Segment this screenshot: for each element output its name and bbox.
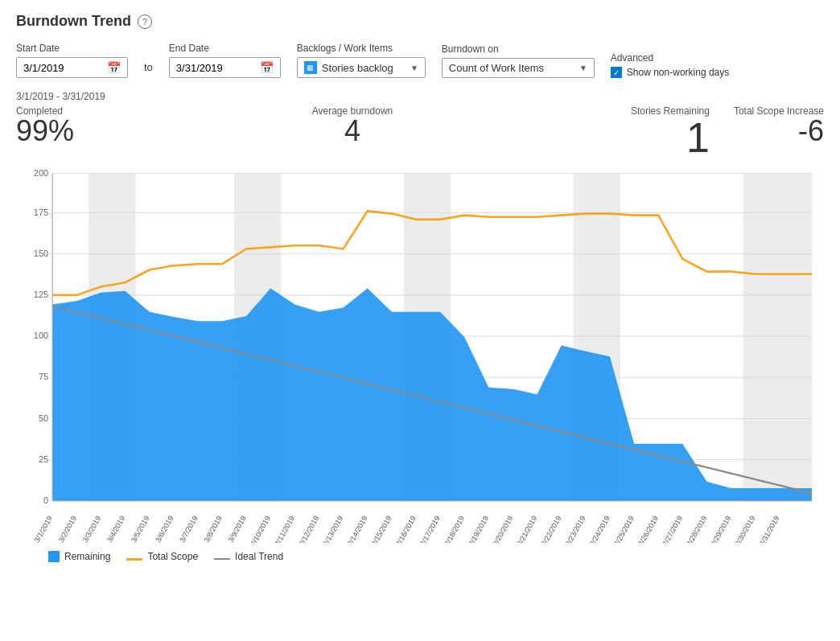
main-container: Burndown Trend ? Start Date 📅 to End Dat… <box>0 0 840 641</box>
y-label-200: 200 <box>34 167 48 177</box>
start-date-label: Start Date <box>16 43 128 54</box>
burndown-group: Burndown on Count of Work Items ▼ <box>442 43 595 78</box>
backlogs-value: Stories backlog <box>322 62 410 74</box>
svg-text:3/30/2019: 3/30/2019 <box>734 515 757 543</box>
svg-text:3/1/2019: 3/1/2019 <box>33 515 54 543</box>
end-date-calendar-icon[interactable]: 📅 <box>260 61 274 74</box>
end-date-field[interactable] <box>176 62 257 74</box>
backlogs-group: Backlogs / Work Items ▦ Stories backlog … <box>297 43 426 78</box>
total-scope-legend-color <box>126 558 142 561</box>
burndown-label: Burndown on <box>442 43 595 55</box>
y-label-175: 175 <box>34 207 48 216</box>
title-row: Burndown Trend ? <box>16 13 824 30</box>
svg-text:3/24/2019: 3/24/2019 <box>588 515 611 543</box>
end-date-group: End Date 📅 <box>169 43 281 78</box>
svg-text:3/5/2019: 3/5/2019 <box>130 515 150 543</box>
svg-text:3/27/2019: 3/27/2019 <box>661 515 684 543</box>
total-scope-legend-label: Total Scope <box>147 551 198 562</box>
svg-text:3/17/2019: 3/17/2019 <box>418 515 442 543</box>
svg-text:3/12/2019: 3/12/2019 <box>298 515 321 543</box>
svg-text:3/19/2019: 3/19/2019 <box>467 515 490 543</box>
start-date-calendar-icon[interactable]: 📅 <box>107 61 121 74</box>
svg-text:3/13/2019: 3/13/2019 <box>322 515 345 543</box>
show-nonworking-label: Show non-working days <box>627 67 729 78</box>
svg-text:3/29/2019: 3/29/2019 <box>710 515 733 543</box>
ideal-trend-legend: Ideal Trend <box>214 551 283 562</box>
svg-text:3/11/2019: 3/11/2019 <box>274 515 297 543</box>
remaining-area <box>52 289 812 501</box>
svg-text:3/20/2019: 3/20/2019 <box>492 515 515 543</box>
right-stats: Stories Remaining 1 Total Scope Increase… <box>631 105 824 158</box>
weekend-band-5 <box>743 173 812 500</box>
svg-text:3/10/2019: 3/10/2019 <box>249 515 272 543</box>
controls-row: Start Date 📅 to End Date 📅 Backlogs / Wo… <box>16 43 824 78</box>
svg-text:3/21/2019: 3/21/2019 <box>516 515 539 543</box>
svg-text:3/3/2019: 3/3/2019 <box>81 515 102 543</box>
svg-text:3/6/2019: 3/6/2019 <box>154 515 175 543</box>
avg-burndown-stat: Average burndown 4 <box>312 105 393 146</box>
chart-area: 0 25 50 75 100 125 150 175 200 3/1/2019 … <box>16 165 824 543</box>
completed-stat: Completed 99% <box>16 105 74 146</box>
help-icon[interactable]: ? <box>138 14 152 29</box>
remaining-legend: Remaining <box>48 551 110 562</box>
date-range-label: 3/1/2019 - 3/31/2019 <box>16 91 824 102</box>
ideal-trend-legend-label: Ideal Trend <box>235 551 283 562</box>
total-scope-stat: Total Scope Increase -6 <box>734 105 824 146</box>
burndown-chart: 0 25 50 75 100 125 150 175 200 3/1/2019 … <box>16 165 824 543</box>
svg-text:3/8/2019: 3/8/2019 <box>203 515 224 543</box>
advanced-label: Advanced <box>611 52 729 64</box>
end-date-input[interactable]: 📅 <box>169 57 281 78</box>
end-date-label: End Date <box>169 43 281 54</box>
svg-text:3/14/2019: 3/14/2019 <box>346 515 369 543</box>
y-label-100: 100 <box>34 331 48 340</box>
y-label-50: 50 <box>39 413 48 422</box>
svg-text:3/22/2019: 3/22/2019 <box>540 515 563 543</box>
total-scope-legend: Total Scope <box>126 551 198 562</box>
y-label-75: 75 <box>39 372 48 381</box>
x-axis-labels: 3/1/2019 3/2/2019 3/3/2019 3/4/2019 3/5/… <box>33 515 781 543</box>
svg-text:3/25/2019: 3/25/2019 <box>612 515 636 543</box>
advanced-group: Advanced Show non-working days <box>611 52 729 78</box>
to-label: to <box>144 61 153 78</box>
backlogs-chevron-icon: ▼ <box>410 64 418 72</box>
svg-text:3/9/2019: 3/9/2019 <box>227 515 248 543</box>
start-date-group: Start Date 📅 <box>16 43 128 78</box>
svg-text:3/7/2019: 3/7/2019 <box>179 515 200 543</box>
show-nonworking-checkbox[interactable] <box>611 67 622 78</box>
avg-burndown-value: 4 <box>312 117 393 146</box>
legend-row: Remaining Total Scope Ideal Trend <box>16 551 824 562</box>
y-label-125: 125 <box>34 290 48 299</box>
total-scope-value: -6 <box>734 117 824 146</box>
svg-text:3/15/2019: 3/15/2019 <box>370 515 393 543</box>
backlog-icon: ▦ <box>304 61 317 74</box>
start-date-field[interactable] <box>23 62 104 74</box>
remaining-legend-label: Remaining <box>64 551 110 562</box>
burndown-value: Count of Work Items <box>449 62 579 74</box>
svg-text:3/31/2019: 3/31/2019 <box>758 515 781 543</box>
svg-text:3/16/2019: 3/16/2019 <box>394 515 418 543</box>
svg-text:3/18/2019: 3/18/2019 <box>443 515 466 543</box>
svg-text:3/2/2019: 3/2/2019 <box>57 515 78 543</box>
page-title: Burndown Trend <box>16 13 131 30</box>
stories-remaining-stat: Stories Remaining 1 <box>631 105 710 158</box>
svg-text:3/26/2019: 3/26/2019 <box>636 515 660 543</box>
y-label-25: 25 <box>39 454 48 464</box>
y-label-150: 150 <box>34 249 48 258</box>
show-nonworking-row: Show non-working days <box>611 67 729 78</box>
stats-row: Completed 99% Average burndown 4 Stories… <box>16 105 824 158</box>
svg-text:3/4/2019: 3/4/2019 <box>105 515 126 543</box>
backlogs-dropdown[interactable]: ▦ Stories backlog ▼ <box>297 57 426 78</box>
start-date-input[interactable]: 📅 <box>16 57 128 78</box>
burndown-chevron-icon: ▼ <box>579 64 587 72</box>
burndown-dropdown[interactable]: Count of Work Items ▼ <box>442 58 595 78</box>
svg-text:3/28/2019: 3/28/2019 <box>686 515 709 543</box>
backlogs-label: Backlogs / Work Items <box>297 43 426 54</box>
svg-text:3/23/2019: 3/23/2019 <box>564 515 587 543</box>
y-label-0: 0 <box>43 495 48 505</box>
completed-value: 99% <box>16 117 74 146</box>
stories-remaining-value: 1 <box>631 117 710 158</box>
remaining-legend-color <box>48 551 60 562</box>
ideal-trend-legend-color <box>214 558 230 560</box>
